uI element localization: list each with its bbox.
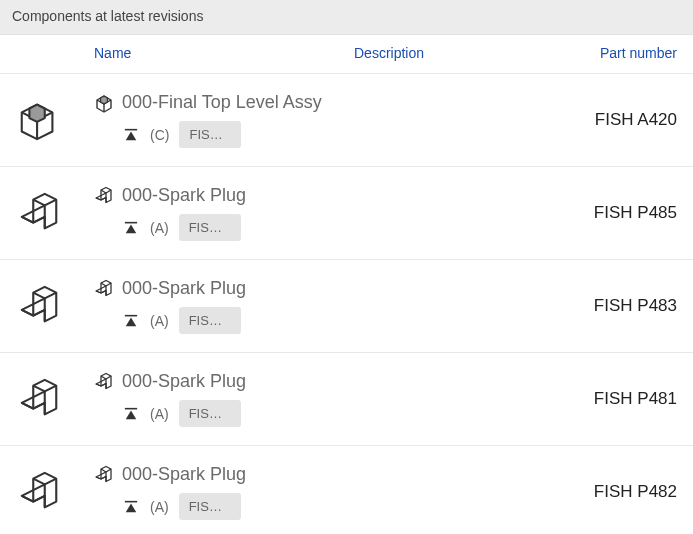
revision-icon xyxy=(124,499,140,515)
table-row[interactable]: 000-Spark Plug (A) FISH P… FISH P483 xyxy=(0,260,693,353)
component-name: 000-Final Top Level Assy xyxy=(122,92,322,113)
part-chip: FISH P… xyxy=(179,307,241,334)
row-main: 000-Spark Plug (A) FISH P… xyxy=(94,278,567,334)
revision-label: (A) xyxy=(150,406,169,422)
part-icon xyxy=(94,465,114,485)
table-row[interactable]: 000-Spark Plug (A) FISH P… FISH P481 xyxy=(0,353,693,446)
part-chip: FISH A… xyxy=(179,121,241,148)
part-icon xyxy=(94,279,114,299)
row-main: 000-Final Top Level Assy (C) FISH A… xyxy=(94,92,567,148)
panel-title: Components at latest revisions xyxy=(0,0,693,35)
revision-icon xyxy=(124,220,140,236)
part-icon xyxy=(16,283,94,329)
component-name: 000-Spark Plug xyxy=(122,464,246,485)
revision-icon xyxy=(124,406,140,422)
revision-label: (A) xyxy=(150,499,169,515)
column-header-row: Name Description Part number xyxy=(0,35,693,74)
revision-label: (A) xyxy=(150,220,169,236)
component-name: 000-Spark Plug xyxy=(122,185,246,206)
revision-icon xyxy=(124,127,140,143)
table-row[interactable]: 000-Final Top Level Assy (C) FISH A… FIS… xyxy=(0,74,693,167)
column-header-name[interactable]: Name xyxy=(94,45,354,61)
revision-icon xyxy=(124,313,140,329)
part-icon xyxy=(16,469,94,515)
part-icon xyxy=(94,186,114,206)
component-name: 000-Spark Plug xyxy=(122,278,246,299)
column-header-part-number[interactable]: Part number xyxy=(567,45,677,61)
part-chip: FISH P… xyxy=(179,214,241,241)
part-icon xyxy=(16,376,94,422)
part-chip: FISH P… xyxy=(179,493,241,520)
part-icon xyxy=(94,372,114,392)
assembly-icon xyxy=(16,97,94,143)
part-number-cell: FISH P481 xyxy=(567,389,677,409)
part-icon xyxy=(16,190,94,236)
panel-title-text: Components at latest revisions xyxy=(12,8,203,24)
table-row[interactable]: 000-Spark Plug (A) FISH P… FISH P485 xyxy=(0,167,693,260)
revision-label: (A) xyxy=(150,313,169,329)
column-header-description[interactable]: Description xyxy=(354,45,567,61)
revision-label: (C) xyxy=(150,127,169,143)
part-number-cell: FISH A420 xyxy=(567,110,677,130)
row-main: 000-Spark Plug (A) FISH P… xyxy=(94,185,567,241)
component-name: 000-Spark Plug xyxy=(122,371,246,392)
part-number-cell: FISH P482 xyxy=(567,482,677,502)
part-number-cell: FISH P485 xyxy=(567,203,677,223)
table-row[interactable]: 000-Spark Plug (A) FISH P… FISH P482 xyxy=(0,446,693,534)
row-main: 000-Spark Plug (A) FISH P… xyxy=(94,464,567,520)
part-chip: FISH P… xyxy=(179,400,241,427)
assembly-icon xyxy=(94,93,114,113)
part-number-cell: FISH P483 xyxy=(567,296,677,316)
row-main: 000-Spark Plug (A) FISH P… xyxy=(94,371,567,427)
